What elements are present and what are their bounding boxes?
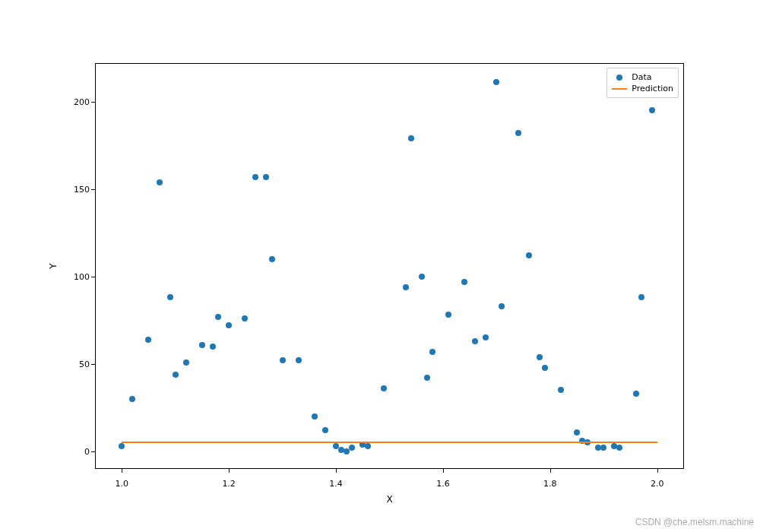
data-point: [515, 130, 521, 136]
data-point: [408, 135, 414, 141]
y-tick: [91, 277, 95, 277]
data-point: [119, 443, 125, 449]
data-point: [210, 344, 216, 350]
data-point: [129, 396, 135, 402]
plot-area: [95, 63, 684, 469]
watermark: CSDN @che.melsm.machine: [635, 517, 754, 527]
legend-label: Prediction: [632, 84, 673, 93]
data-point: [483, 334, 489, 340]
dot-icon: [612, 74, 627, 81]
data-point: [381, 385, 387, 391]
data-point: [445, 312, 451, 318]
x-tick: [550, 469, 551, 473]
data-point: [199, 342, 205, 348]
data-point: [600, 445, 606, 451]
x-tick: [336, 469, 337, 473]
data-point: [649, 107, 655, 113]
data-point: [616, 445, 622, 451]
legend-label: Data: [632, 72, 651, 82]
data-point: [526, 252, 532, 258]
data-point: [424, 375, 430, 381]
data-point: [574, 429, 580, 435]
data-point: [633, 391, 639, 397]
data-point: [312, 413, 318, 420]
y-tick: [91, 102, 95, 103]
legend-entry-prediction: Prediction: [612, 83, 673, 94]
data-point: [167, 294, 173, 300]
data-point: [499, 303, 505, 309]
data-point: [403, 284, 409, 290]
data-point: [296, 357, 302, 363]
y-tick-label: 150: [59, 184, 90, 194]
x-tick-label: 1.8: [543, 479, 557, 489]
data-point: [638, 294, 644, 300]
data-point: [493, 79, 499, 85]
x-tick: [229, 469, 230, 473]
data-point: [173, 372, 179, 378]
data-point: [349, 445, 355, 451]
y-tick: [91, 189, 95, 190]
x-tick: [657, 469, 658, 473]
y-tick-label: 50: [59, 359, 90, 369]
prediction-line: [122, 442, 657, 443]
x-tick-label: 2.0: [651, 479, 664, 489]
data-point: [263, 174, 269, 180]
data-point: [226, 322, 232, 328]
x-tick-label: 1.2: [222, 479, 236, 489]
data-point: [419, 274, 425, 280]
legend: Data Prediction: [606, 68, 679, 98]
data-point: [537, 354, 543, 360]
y-tick: [91, 451, 95, 452]
data-point: [183, 359, 189, 366]
data-point: [322, 427, 328, 433]
x-tick-label: 1.0: [115, 479, 128, 489]
data-point: [252, 174, 258, 180]
data-point: [558, 387, 564, 393]
y-tick-label: 0: [59, 446, 90, 456]
legend-entry-data: Data: [612, 71, 673, 83]
x-axis-label: X: [95, 494, 684, 505]
x-tick-label: 1.6: [436, 479, 450, 489]
data-point: [280, 357, 286, 363]
y-axis-label: Y: [48, 263, 59, 268]
data-point: [242, 315, 248, 321]
y-tick: [91, 364, 95, 365]
x-tick: [122, 469, 122, 473]
data-point: [215, 314, 221, 320]
line-icon: [612, 88, 627, 90]
data-point: [157, 179, 163, 185]
x-tick: [443, 469, 444, 473]
x-tick-label: 1.4: [329, 479, 343, 489]
y-tick-label: 100: [59, 271, 90, 281]
data-point: [429, 349, 435, 355]
data-point: [145, 337, 151, 343]
data-point: [472, 338, 478, 344]
data-point: [269, 256, 275, 262]
data-point: [461, 279, 467, 285]
data-point: [542, 365, 548, 371]
data-point: [365, 443, 371, 449]
y-tick-label: 200: [59, 97, 90, 106]
